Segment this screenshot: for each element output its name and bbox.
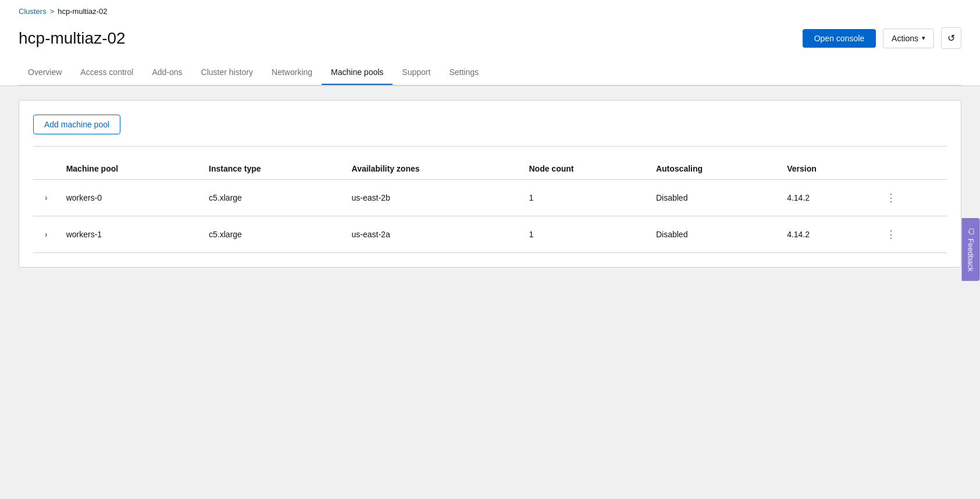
machine-pools-table: Machine pool Instance type Availability …	[33, 158, 947, 253]
row-menu-button[interactable]: ⋮	[881, 189, 901, 206]
col-row-actions	[874, 158, 947, 180]
breadcrumb-parent-link[interactable]: Clusters	[19, 7, 47, 16]
row-menu-cell: ⋮	[874, 180, 947, 216]
breadcrumb-current: hcp-multiaz-02	[58, 7, 107, 16]
header-actions: Open console Actions ▾ ↺	[803, 27, 961, 49]
col-node-count: Node count	[522, 158, 648, 180]
tab-navigation: Overview Access control Add-ons Cluster …	[19, 60, 961, 85]
autoscaling-cell: Disabled	[649, 216, 780, 253]
tab-networking[interactable]: Networking	[262, 60, 322, 85]
col-availability-zones: Availability zones	[345, 158, 522, 180]
col-machine-pool: Machine pool	[59, 158, 202, 180]
availability-zones-cell: us-east-2b	[345, 180, 522, 216]
table-row: › workers-1 c5.xlarge us-east-2a 1 Disab…	[33, 216, 947, 253]
availability-zones-cell: us-east-2a	[345, 216, 522, 253]
tab-settings[interactable]: Settings	[440, 60, 488, 85]
node-count-cell: 1	[522, 180, 648, 216]
table-divider	[33, 146, 947, 147]
tab-support[interactable]: Support	[393, 60, 440, 85]
instance-type-cell: c5.xlarge	[202, 216, 344, 253]
expand-chevron-icon[interactable]: ›	[40, 191, 52, 205]
node-count-cell: 1	[522, 216, 648, 253]
tab-machine-pools[interactable]: Machine pools	[322, 60, 393, 85]
table-row: › workers-0 c5.xlarge us-east-2b 1 Disab…	[33, 180, 947, 216]
tab-cluster-history[interactable]: Cluster history	[192, 60, 262, 85]
version-cell: 4.14.2	[780, 216, 874, 253]
instance-type-cell: c5.xlarge	[202, 180, 344, 216]
machine-pool-name-cell: workers-0	[59, 180, 202, 216]
col-expand	[33, 158, 59, 180]
add-machine-pool-button[interactable]: Add machine pool	[33, 115, 120, 134]
tab-add-ons[interactable]: Add-ons	[142, 60, 191, 85]
tab-overview[interactable]: Overview	[19, 60, 71, 85]
chevron-down-icon: ▾	[922, 34, 925, 42]
feedback-tab[interactable]: 🗨 Feedback	[961, 218, 979, 281]
feedback-icon: 🗨	[966, 227, 975, 235]
col-instance-type: Instance type	[202, 158, 344, 180]
autoscaling-cell: Disabled	[649, 180, 780, 216]
breadcrumb-separator: >	[50, 7, 55, 16]
machine-pools-card: Add machine pool Machine pool Instance t…	[19, 100, 961, 268]
row-menu-cell: ⋮	[874, 216, 947, 253]
row-expand-cell: ›	[33, 216, 59, 253]
refresh-button[interactable]: ↺	[941, 27, 961, 49]
machine-pool-name-cell: workers-1	[59, 216, 202, 253]
feedback-label: Feedback	[966, 238, 975, 272]
col-version: Version	[780, 158, 874, 180]
open-console-button[interactable]: Open console	[803, 29, 876, 48]
row-expand-cell: ›	[33, 180, 59, 216]
col-autoscaling: Autoscaling	[649, 158, 780, 180]
content-area: Add machine pool Machine pool Instance t…	[0, 86, 980, 469]
expand-chevron-icon[interactable]: ›	[40, 227, 52, 241]
actions-button[interactable]: Actions ▾	[883, 28, 934, 48]
breadcrumb: Clusters > hcp-multiaz-02	[19, 0, 961, 20]
page-title: hcp-multiaz-02	[19, 29, 126, 48]
actions-label: Actions	[892, 34, 918, 43]
table-header-row: Machine pool Instance type Availability …	[33, 158, 947, 180]
version-cell: 4.14.2	[780, 180, 874, 216]
row-menu-button[interactable]: ⋮	[881, 226, 901, 243]
tab-access-control[interactable]: Access control	[71, 60, 142, 85]
